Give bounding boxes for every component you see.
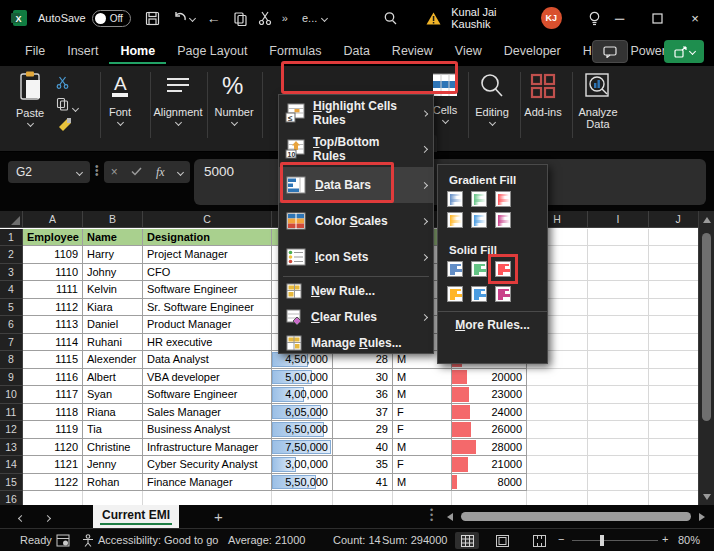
menu-tab-review[interactable]: Review	[381, 38, 444, 64]
cell-I7[interactable]	[588, 334, 649, 352]
cell-B7[interactable]: Ruhani	[83, 334, 143, 352]
cell-H11[interactable]	[527, 404, 588, 422]
analyze-data-button[interactable]: AnalyzeData	[574, 72, 622, 130]
menu-item-highlight-cells-rules[interactable]: ≤Highlight Cells Rules	[279, 95, 433, 131]
cell-J11[interactable]	[649, 404, 698, 422]
cell-B12[interactable]: Tia	[83, 421, 143, 439]
solid-fill-swatch-3[interactable]	[447, 286, 463, 302]
cell-A8[interactable]: 1115	[23, 351, 83, 369]
menu-tab-home[interactable]: Home	[109, 38, 166, 64]
cell-I1[interactable]	[588, 229, 649, 247]
insert-function-icon[interactable]: fx	[156, 165, 165, 180]
scroll-left-icon[interactable]	[447, 513, 453, 521]
row-header-5[interactable]: 5	[0, 299, 23, 317]
menu-tab-data[interactable]: Data	[332, 38, 380, 64]
row-header-14[interactable]: 14	[0, 456, 23, 474]
col-header-A[interactable]: A	[23, 211, 83, 228]
cell-J9[interactable]	[649, 369, 698, 387]
search-icon[interactable]	[383, 11, 398, 26]
zoom-out-button[interactable]: −	[558, 533, 564, 545]
cut-icon[interactable]	[258, 11, 272, 25]
gradient-fill-swatch-0[interactable]	[447, 191, 463, 207]
row-header-1[interactable]: 1	[0, 229, 23, 247]
cell-B5[interactable]: Kiara	[83, 299, 143, 317]
cell-J6[interactable]	[649, 316, 698, 334]
cell-D14[interactable]: 3,00,000	[272, 456, 333, 474]
zoom-slider-track[interactable]	[572, 540, 658, 541]
solid-fill-swatch-2[interactable]	[495, 261, 511, 277]
col-header-J[interactable]: J	[649, 211, 698, 228]
solid-fill-swatch-5[interactable]	[495, 286, 511, 302]
row-header-13[interactable]: 13	[0, 439, 23, 457]
col-header-B[interactable]: B	[83, 211, 143, 228]
cell-J15[interactable]	[649, 474, 698, 492]
menu-tab-view[interactable]: View	[444, 38, 493, 64]
menu-item-manage-rules[interactable]: Manage Rules...	[279, 330, 433, 356]
cell-B6[interactable]: Daniel	[83, 316, 143, 334]
cell-B9[interactable]: Albert	[83, 369, 143, 387]
cell-J16[interactable]	[649, 491, 698, 505]
more-rules-item[interactable]: More Rules...	[438, 311, 547, 337]
cell-G12[interactable]: 26000	[452, 421, 527, 439]
scroll-down-icon[interactable]	[703, 494, 711, 500]
cell-I8[interactable]	[588, 351, 649, 369]
cell-C11[interactable]: Sales Manager	[143, 404, 272, 422]
cell-C12[interactable]: Business Analyst	[143, 421, 272, 439]
cell-C7[interactable]: HR executive	[143, 334, 272, 352]
new-sheet-button[interactable]: +	[214, 508, 223, 525]
cell-E12[interactable]: 29	[333, 421, 393, 439]
solid-fill-swatch-4[interactable]	[471, 286, 487, 302]
cell-C16[interactable]	[143, 491, 272, 505]
cell-B16[interactable]	[83, 491, 143, 505]
addins-button[interactable]: Add-ins	[522, 72, 564, 118]
cell-C5[interactable]: Sr. Software Engineer	[143, 299, 272, 317]
format-painter-icon[interactable]	[58, 118, 72, 136]
zoom-slider-handle[interactable]	[600, 535, 604, 546]
cell-E11[interactable]: 37	[333, 404, 393, 422]
zoom-in-button[interactable]: +	[662, 533, 668, 545]
avatar[interactable]: KJ	[541, 7, 562, 29]
cell-J13[interactable]	[649, 439, 698, 457]
vertical-scrollbar[interactable]	[698, 211, 714, 505]
lightbulb-icon[interactable]	[588, 11, 601, 26]
row-header-2[interactable]: 2	[0, 246, 23, 264]
cell-A4[interactable]: 1111	[23, 281, 83, 299]
cell-D10[interactable]: 4,00,000	[272, 386, 333, 404]
cell-A13[interactable]: 1120	[23, 439, 83, 457]
menu-item-clear-rules[interactable]: Clear Rules	[279, 304, 433, 330]
cell-I3[interactable]	[588, 264, 649, 282]
cell-A6[interactable]: 1113	[23, 316, 83, 334]
scroll-up-icon[interactable]	[703, 217, 711, 223]
cell-G15[interactable]: 8000	[452, 474, 527, 492]
row-header-6[interactable]: 6	[0, 316, 23, 334]
cell-C1[interactable]: Designation	[143, 229, 272, 247]
editing-group-button[interactable]: Editing	[470, 72, 514, 125]
cell-H9[interactable]	[527, 369, 588, 387]
col-header-C[interactable]: C	[143, 211, 272, 228]
cell-B3[interactable]: Johny	[83, 264, 143, 282]
cell-I13[interactable]	[588, 439, 649, 457]
solid-fill-swatch-0[interactable]	[447, 261, 463, 277]
cell-H14[interactable]	[527, 456, 588, 474]
normal-view-icon[interactable]	[455, 532, 479, 549]
cell-I16[interactable]	[588, 491, 649, 505]
minimize-button[interactable]: ─	[601, 0, 639, 36]
cell-B1[interactable]: Name	[83, 229, 143, 247]
cell-A10[interactable]: 1117	[23, 386, 83, 404]
cell-H16[interactable]	[527, 491, 588, 505]
cell-I10[interactable]	[588, 386, 649, 404]
row-header-16[interactable]: 16	[0, 491, 23, 505]
comments-button[interactable]	[592, 40, 628, 63]
cell-D13[interactable]: 7,50,000	[272, 439, 333, 457]
cell-A15[interactable]: 1122	[23, 474, 83, 492]
cell-J4[interactable]	[649, 281, 698, 299]
copy-small-icon[interactable]	[56, 97, 78, 115]
cell-J8[interactable]	[649, 351, 698, 369]
cell-D15[interactable]: 5,50,000	[272, 474, 333, 492]
cell-C6[interactable]: Product Manager	[143, 316, 272, 334]
cell-I6[interactable]	[588, 316, 649, 334]
accessibility-status[interactable]: Accessibility: Good to go	[98, 534, 218, 546]
cell-I15[interactable]	[588, 474, 649, 492]
cell-D12[interactable]: 6,50,000	[272, 421, 333, 439]
menu-item-data-bars[interactable]: Data Bars	[279, 167, 433, 203]
